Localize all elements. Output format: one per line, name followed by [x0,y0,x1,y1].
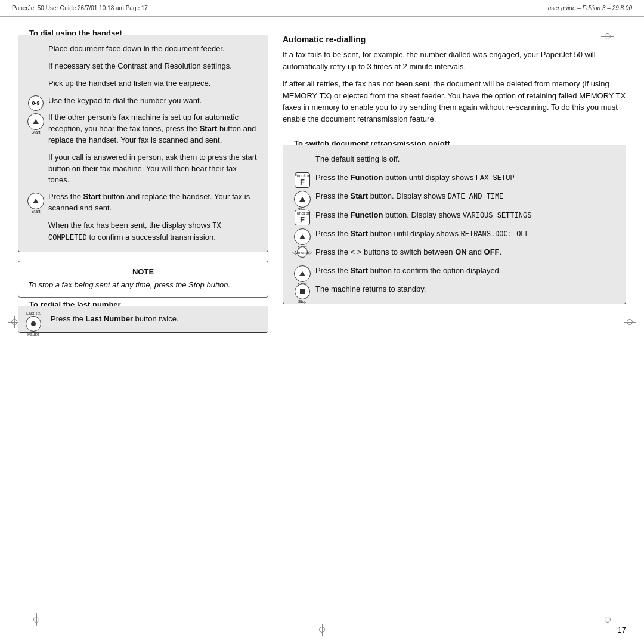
note-text: To stop a fax being sent at any time, pr… [28,280,258,291]
lasttx-top-label: Last TX [26,311,41,315]
auto-redial-para1: If a fax fails to be sent, for example, … [283,49,626,72]
dial-instruction-box: Place document face down in the document… [18,35,268,252]
dial-step-complete: When the fax has been sent, the display … [48,220,258,243]
dial-start-text: Press the Start button and replace the h… [48,191,258,214]
lasttx-icon: Last TX Pause [26,311,41,336]
note-title: NOTE [28,267,258,276]
start-label-2: Start [32,209,41,213]
dial-step-2: If necessary set the Contrast and Resolu… [48,61,258,72]
page: To dial using the handset Place document… [0,17,644,644]
retrans-step-4-text: Press the Start button until display sho… [315,228,530,240]
function-icon-2: Function F [293,210,312,225]
retrans-step-2: Start Press the Start button. Display sh… [315,191,616,202]
redial-box: To redial the last number Last TX Pause … [18,306,268,333]
function-letter: F [300,178,305,187]
lasttx-bottom-label: Pause [26,332,41,336]
retrans-default-text: The default setting is off. [315,154,400,165]
start-icon-retrans-3: Start [293,265,312,286]
dial-person-text: If your call is answered in person, ask … [48,152,258,186]
header-text: PaperJet 50 User Guide 26/7/01 10:18 am … [12,5,548,11]
stop-icon: Stop [293,284,312,304]
retrans-step-5: ◁ Volume ▷ Press the < > buttons to swit… [315,247,616,258]
function-icon-1: Function F [293,172,312,188]
retrans-step-5-text: Press the < > buttons to switch between … [315,247,501,258]
retrans-step-7-text: The machine returns to standby. [315,284,426,295]
dial-step-fax-auto: Start If the other person's fax machine … [48,112,258,146]
retrans-step-6-text: Press the Start button to confirm the op… [315,265,501,277]
retrans-step-1-text: Press the Function button until display … [315,172,515,184]
page-number: 17 [618,626,626,634]
volume-label: Volume [295,250,309,255]
start-icon-1: Start [27,113,45,134]
retrans-box: To switch document retransmission on/off… [283,145,626,304]
start-icon-retrans-2: Start [293,228,312,249]
header-subtitle: user guide – Edition 3 – 29.8.00 [548,5,632,11]
start-icon-2: Start [27,193,45,213]
dial-keypad-text: Use the keypad to dial the number you wa… [48,95,202,107]
redial-text: Press the Last Number button twice. [51,314,179,323]
arrow-up-icon [33,119,39,124]
keypad-icon: 0-9 [27,95,45,111]
dial-fax-auto-text: If the other person's fax machine is set… [48,112,258,146]
retrans-step-6: Start Press the Start button to confirm … [315,265,616,277]
note-box: NOTE To stop a fax being sent at any tim… [18,261,268,298]
header-bar: PaperJet 50 User Guide 26/7/01 10:18 am … [0,0,644,17]
arrow-up-icon-2 [33,199,39,203]
auto-redial-title: Automatic re-dialling [283,35,626,44]
left-column: To dial using the handset Place document… [18,35,268,632]
dial-box: To dial using the handset Place document… [18,35,268,252]
retrans-step-3-text: Press the Function button. Display shows… [315,210,531,221]
dial-step-start: Start Press the Start button and replace… [48,191,258,214]
volume-icon: ◁ Volume ▷ [293,247,312,258]
retrans-inner: The default setting is off. Function F P… [283,145,626,304]
dial-complete-text: When the fax has been sent, the display … [48,220,258,243]
auto-redial-section: Automatic re-dialling If a fax fails to … [283,35,626,131]
retrans-step-1: Function F Press the Function button unt… [315,172,616,184]
right-column: Automatic re-dialling If a fax fails to … [283,35,626,632]
stop-label: Stop [298,299,306,304]
retrans-step-3: Function F Press the Function button. Di… [315,210,616,221]
dial-step-3-text: Pick up the handset and listen via the e… [48,78,210,89]
redial-inner: Last TX Pause Press the Last Number butt… [18,306,268,332]
lasttx-dot [31,321,36,326]
start-label-1: Start [32,130,41,134]
start-icon-retrans-1: Start [293,191,312,212]
retrans-default-row: The default setting is off. [315,154,616,165]
dial-step-1-text: Place document face down in the document… [48,44,225,55]
retrans-step-7: Stop The machine returns to standby. [315,284,616,295]
dial-step-person: If your call is answered in person, ask … [48,152,258,186]
keypad-symbol: 0-9 [28,95,44,111]
retrans-step-2-text: Press the Start button. Display shows DA… [315,191,503,202]
retrans-step-4: Start Press the Start button until displ… [315,228,616,240]
dial-step-keypad: 0-9 Use the keypad to dial the number yo… [48,95,258,107]
dial-step-2-text: If necessary set the Contrast and Resolu… [48,61,232,72]
dial-step-1: Place document face down in the document… [48,44,258,55]
dial-step-3: Pick up the handset and listen via the e… [48,78,258,89]
auto-redial-para2: If after all retries, the fax has not be… [283,78,626,125]
function-top-label: Function [295,174,311,178]
